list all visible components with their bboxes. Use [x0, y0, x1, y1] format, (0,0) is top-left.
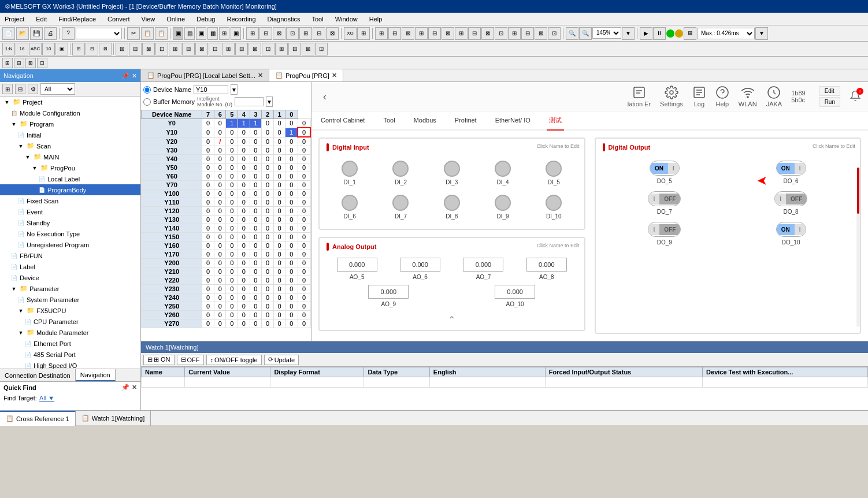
monitor-cell-23-7[interactable]: 0: [285, 319, 298, 328]
tb-copy[interactable]: 📋: [141, 27, 154, 40]
tb-i5[interactable]: ⊟: [428, 27, 441, 40]
monitor-cell-12-2[interactable]: 0: [226, 224, 238, 233]
run-btn[interactable]: Run: [819, 97, 840, 107]
find-target-value[interactable]: All ▼: [39, 395, 54, 402]
monitor-cell-19-2[interactable]: 0: [226, 285, 238, 293]
do-toggle-6[interactable]: ON I: [776, 161, 806, 176]
monitor-cell-12-6[interactable]: 0: [273, 224, 285, 233]
monitor-cell-19-8[interactable]: 0: [298, 285, 310, 293]
monitor-cell-22-7[interactable]: 0: [285, 311, 298, 319]
tb2-1[interactable]: 1:N: [2, 43, 15, 55]
monitor-cell-22-6[interactable]: 0: [273, 311, 285, 319]
monitor-cell-13-1[interactable]: 0: [214, 233, 226, 241]
tb-j1[interactable]: 🔍: [566, 27, 578, 40]
monitor-cell-6-5[interactable]: 0: [262, 172, 274, 181]
device-name-radio[interactable]: [143, 86, 151, 94]
tb2-23[interactable]: ⊠: [302, 43, 314, 55]
tb-h1[interactable]: XO: [344, 27, 357, 40]
monitor-cell-20-8[interactable]: 0: [298, 293, 310, 302]
jaka-icon-log[interactable]: Log: [692, 86, 706, 107]
monitor-cell-14-5[interactable]: 0: [262, 241, 274, 250]
monitor-cell-10-7[interactable]: 0: [285, 207, 298, 215]
monitor-cell-21-7[interactable]: 0: [285, 302, 298, 311]
monitor-cell-1-4[interactable]: 0: [250, 128, 262, 137]
monitor-row-11[interactable]: Y130000000000: [142, 215, 311, 224]
tb-i8[interactable]: ⊟: [468, 27, 481, 40]
tree-program[interactable]: ▼ 📁 Program: [0, 118, 140, 129]
tb-g6[interactable]: ⊟: [313, 27, 325, 40]
monitor-cell-23-1[interactable]: 0: [214, 319, 226, 328]
monitor-cell-21-6[interactable]: 0: [273, 302, 285, 311]
scroll-up-btn[interactable]: ⌃: [448, 314, 455, 325]
monitor-cell-2-2[interactable]: 0: [226, 137, 238, 146]
monitor-cell-2-4[interactable]: 0: [250, 137, 262, 146]
tb2-7[interactable]: ⊟: [86, 43, 98, 55]
tb-g5[interactable]: ⊞: [299, 27, 312, 40]
monitor-cell-14-8[interactable]: 0: [298, 241, 310, 250]
monitor-cell-8-0[interactable]: 0: [202, 189, 214, 198]
do-toggle-10[interactable]: ON I: [776, 222, 806, 237]
tb-i7[interactable]: ⊞: [455, 27, 468, 40]
tb-g1[interactable]: ⊞: [246, 27, 259, 40]
monitor-cell-11-6[interactable]: 0: [273, 215, 285, 224]
tb2-12[interactable]: ⊡: [155, 43, 168, 55]
monitor-cell-7-6[interactable]: 0: [273, 181, 285, 189]
monitor-cell-18-6[interactable]: 0: [273, 276, 285, 285]
tb2-10[interactable]: ⊟: [129, 43, 142, 55]
monitor-cell-7-1[interactable]: 0: [214, 181, 226, 189]
monitor-cell-4-4[interactable]: 0: [250, 155, 262, 163]
menu-convert[interactable]: Convert: [105, 14, 132, 24]
monitor-row-16[interactable]: Y200000000000: [142, 259, 311, 267]
tb2-2[interactable]: 16: [16, 43, 28, 55]
jaka-icon-jaka[interactable]: JAKA: [766, 86, 782, 107]
monitor-cell-2-0[interactable]: 0: [202, 137, 214, 146]
monitor-cell-8-7[interactable]: 0: [285, 189, 298, 198]
tb-open[interactable]: 📂: [16, 27, 29, 40]
monitor-cell-21-3[interactable]: 0: [238, 302, 250, 311]
monitor-cell-11-2[interactable]: 0: [226, 215, 238, 224]
monitor-cell-13-7[interactable]: 0: [285, 233, 298, 241]
monitor-cell-15-0[interactable]: 0: [202, 250, 214, 259]
tb2-8[interactable]: ⊠: [99, 43, 112, 55]
monitor-row-0[interactable]: Y0001110000: [142, 119, 311, 128]
device-name-input[interactable]: [194, 85, 228, 94]
tb-i14[interactable]: ⊡: [548, 27, 561, 40]
monitor-cell-20-7[interactable]: 0: [285, 293, 298, 302]
tree-ethernet-port[interactable]: 📄 Ethernet Port: [0, 338, 140, 349]
tb-i1[interactable]: ⊞: [375, 27, 388, 40]
monitor-cell-12-7[interactable]: 0: [285, 224, 298, 233]
monitor-cell-4-6[interactable]: 0: [273, 155, 285, 163]
monitor-cell-15-8[interactable]: 0: [298, 250, 310, 259]
doc-tab-close-1[interactable]: ✕: [258, 72, 263, 79]
monitor-cell-23-0[interactable]: 0: [202, 319, 214, 328]
monitor-cell-17-4[interactable]: 0: [250, 267, 262, 276]
monitor-cell-5-2[interactable]: 0: [226, 163, 238, 172]
monitor-cell-0-0[interactable]: 0: [202, 119, 214, 128]
monitor-cell-19-4[interactable]: 0: [250, 285, 262, 293]
monitor-cell-9-8[interactable]: 0: [298, 198, 310, 207]
monitor-cell-7-2[interactable]: 0: [226, 181, 238, 189]
tb-i3[interactable]: ⊠: [402, 27, 414, 40]
monitor-row-5[interactable]: Y50000000000: [142, 163, 311, 172]
monitor-cell-9-0[interactable]: 0: [202, 198, 214, 207]
menu-help[interactable]: Help: [367, 14, 385, 24]
monitor-row-9[interactable]: Y110000000000: [142, 198, 311, 207]
monitor-cell-22-2[interactable]: 0: [226, 311, 238, 319]
tb-i6[interactable]: ⊠: [442, 27, 454, 40]
monitor-cell-6-0[interactable]: 0: [202, 172, 214, 181]
monitor-cell-19-3[interactable]: 0: [238, 285, 250, 293]
monitor-cell-1-1[interactable]: 0: [214, 128, 226, 137]
monitor-cell-22-4[interactable]: 0: [250, 311, 262, 319]
monitor-cell-9-5[interactable]: 0: [262, 198, 274, 207]
monitor-cell-22-5[interactable]: 0: [262, 311, 274, 319]
tree-high-speed-io[interactable]: 📄 High Speed I/O: [0, 360, 140, 369]
nav-filter-select[interactable]: All: [40, 83, 75, 95]
monitor-cell-23-3[interactable]: 0: [238, 319, 250, 328]
monitor-cell-13-5[interactable]: 0: [262, 233, 274, 241]
toolbar-dropdown[interactable]: [76, 28, 122, 39]
tb-b6[interactable]: ▣: [231, 27, 241, 40]
intelligent-input[interactable]: [235, 97, 264, 106]
ao-input-7[interactable]: [463, 258, 503, 272]
monitor-cell-19-7[interactable]: 0: [285, 285, 298, 293]
monitor-cell-11-5[interactable]: 0: [262, 215, 274, 224]
